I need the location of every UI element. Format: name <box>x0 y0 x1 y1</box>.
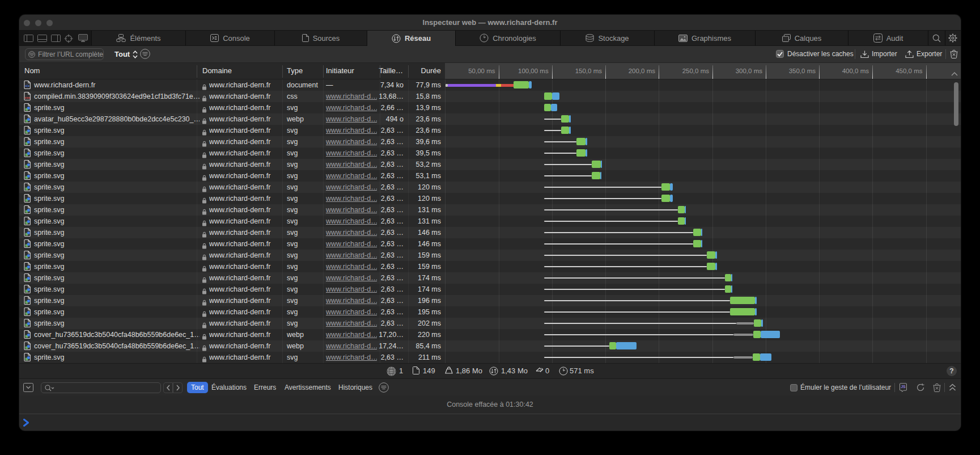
svg-text:JS: JS <box>901 385 906 389</box>
svg-text:css: css <box>25 96 30 99</box>
svg-text:<>: <> <box>25 84 29 88</box>
